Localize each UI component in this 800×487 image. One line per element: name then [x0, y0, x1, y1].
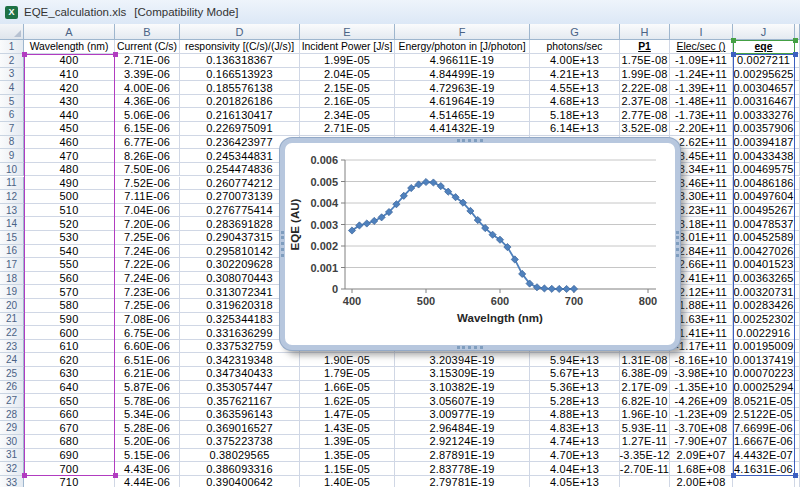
- cell-H27[interactable]: 6.82E-10: [620, 394, 670, 408]
- column-header-F[interactable]: F: [395, 24, 530, 40]
- row-header-11[interactable]: 11: [0, 177, 24, 191]
- row-header-24[interactable]: 24: [0, 353, 24, 367]
- cell-K6[interactable]: [795, 108, 800, 122]
- row-header-22[interactable]: 22: [0, 326, 24, 340]
- cell-D1[interactable]: responsivity [(C/s)/(J/s)]: [180, 40, 300, 54]
- cell-G29[interactable]: 4.83E+13: [530, 421, 620, 435]
- cell-E31[interactable]: 1.35E-05: [300, 449, 395, 463]
- cell-G6[interactable]: 5.18E+13: [530, 108, 620, 122]
- cell-K16[interactable]: [795, 245, 800, 259]
- cell-B7[interactable]: 6.15E-06: [115, 122, 180, 136]
- cell-H1[interactable]: P1: [620, 40, 670, 54]
- chart-resize-handle-top[interactable]: [457, 139, 483, 142]
- cell-B27[interactable]: 5.78E-06: [115, 394, 180, 408]
- cell-H3[interactable]: 1.99E-08: [620, 68, 670, 82]
- cell-K28[interactable]: [795, 408, 800, 422]
- row-header-26[interactable]: 26: [0, 381, 24, 395]
- cell-B32[interactable]: 4.43E-06: [115, 462, 180, 476]
- cell-E26[interactable]: 1.66E-05: [300, 381, 395, 395]
- row-header-16[interactable]: 16: [0, 245, 24, 259]
- row-header-33[interactable]: 33: [0, 476, 24, 487]
- cell-A23[interactable]: 610: [24, 340, 115, 354]
- cell-H31[interactable]: -3.35E-12: [620, 449, 670, 463]
- data-point-marker[interactable]: [422, 178, 429, 185]
- cell-E6[interactable]: 2.34E-05: [300, 108, 395, 122]
- cell-B2[interactable]: 2.71E-06: [115, 54, 180, 68]
- cell-F4[interactable]: 4.72963E-19: [395, 81, 530, 95]
- category-range-A2-A32-fill-handle[interactable]: [22, 473, 27, 478]
- cell-I27[interactable]: -4.26E+09: [670, 394, 733, 408]
- cell-K5[interactable]: [795, 95, 800, 109]
- cell-J31[interactable]: 4.4432E-07: [733, 449, 795, 463]
- cell-F31[interactable]: 2.87891E-19: [395, 449, 530, 463]
- row-header-9[interactable]: 9: [0, 149, 24, 163]
- cell-D24[interactable]: 0.342319348: [180, 353, 300, 367]
- row-header-12[interactable]: 12: [0, 190, 24, 204]
- category-range-A2-A32-fill-handle[interactable]: [113, 473, 118, 478]
- cell-J1[interactable]: eqe: [733, 40, 795, 54]
- cell-D5[interactable]: 0.201826186: [180, 95, 300, 109]
- cell-A27[interactable]: 650: [24, 394, 115, 408]
- column-header-B[interactable]: B: [115, 24, 180, 40]
- cell-K26[interactable]: [795, 381, 800, 395]
- cell-K3[interactable]: [795, 68, 800, 82]
- column-header-I[interactable]: I: [670, 24, 733, 40]
- cell-B29[interactable]: 5.28E-06: [115, 421, 180, 435]
- cell-D6[interactable]: 0.216130417: [180, 108, 300, 122]
- cell-D26[interactable]: 0.353057447: [180, 381, 300, 395]
- cell-H29[interactable]: 5.93E-11: [620, 421, 670, 435]
- row-header-31[interactable]: 31: [0, 449, 24, 463]
- cell-A11[interactable]: 490: [24, 177, 115, 191]
- cell-J19[interactable]: 0.00320731: [733, 285, 795, 299]
- cell-B30[interactable]: 5.20E-06: [115, 435, 180, 449]
- cell-F5[interactable]: 4.61964E-19: [395, 95, 530, 109]
- cell-A30[interactable]: 680: [24, 435, 115, 449]
- data-point-marker[interactable]: [570, 285, 577, 292]
- cell-B14[interactable]: 7.20E-06: [115, 217, 180, 231]
- row-header-18[interactable]: 18: [0, 272, 24, 286]
- cell-D28[interactable]: 0.363596143: [180, 408, 300, 422]
- cell-A5[interactable]: 430: [24, 95, 115, 109]
- cell-F25[interactable]: 3.15309E-19: [395, 367, 530, 381]
- cell-A13[interactable]: 510: [24, 204, 115, 218]
- cell-K21[interactable]: [795, 313, 800, 327]
- row-header-14[interactable]: 14: [0, 217, 24, 231]
- cell-F27[interactable]: 3.05607E-19: [395, 394, 530, 408]
- cell-D31[interactable]: 0.38029565: [180, 449, 300, 463]
- cell-F30[interactable]: 2.92124E-19: [395, 435, 530, 449]
- row-header-2[interactable]: 2: [0, 54, 24, 68]
- cell-A14[interactable]: 520: [24, 217, 115, 231]
- cell-G32[interactable]: 4.04E+13: [530, 462, 620, 476]
- cell-B17[interactable]: 7.22E-06: [115, 258, 180, 272]
- row-header-25[interactable]: 25: [0, 367, 24, 381]
- cell-B25[interactable]: 6.21E-06: [115, 367, 180, 381]
- cell-B6[interactable]: 5.06E-06: [115, 108, 180, 122]
- row-header-7[interactable]: 7: [0, 122, 24, 136]
- cell-K25[interactable]: [795, 367, 800, 381]
- cell-A31[interactable]: 690: [24, 449, 115, 463]
- cell-A28[interactable]: 660: [24, 408, 115, 422]
- cell-K9[interactable]: [795, 149, 800, 163]
- cell-G33[interactable]: 4.05E+13: [530, 476, 620, 487]
- cell-K14[interactable]: [795, 217, 800, 231]
- cell-I28[interactable]: -1.23E+09: [670, 408, 733, 422]
- cell-J9[interactable]: 0.00433438: [733, 149, 795, 163]
- cell-A33[interactable]: 710: [24, 476, 115, 487]
- cell-G27[interactable]: 5.28E+13: [530, 394, 620, 408]
- cell-B16[interactable]: 7.24E-06: [115, 245, 180, 259]
- cell-D29[interactable]: 0.369016527: [180, 421, 300, 435]
- column-header-D[interactable]: D: [180, 24, 300, 40]
- cell-J21[interactable]: 0.00252302: [733, 313, 795, 327]
- cell-J33[interactable]: [733, 476, 795, 487]
- cell-J13[interactable]: 0.00495267: [733, 204, 795, 218]
- cell-I26[interactable]: -1.35E+10: [670, 381, 733, 395]
- cell-B22[interactable]: 6.75E-06: [115, 326, 180, 340]
- cell-A6[interactable]: 440: [24, 108, 115, 122]
- cell-B12[interactable]: 7.11E-06: [115, 190, 180, 204]
- row-header-8[interactable]: 8: [0, 136, 24, 150]
- cell-B28[interactable]: 5.34E-06: [115, 408, 180, 422]
- cell-E5[interactable]: 2.16E-05: [300, 95, 395, 109]
- cell-H28[interactable]: 1.96E-10: [620, 408, 670, 422]
- data-point-marker[interactable]: [430, 179, 437, 186]
- row-header-28[interactable]: 28: [0, 408, 24, 422]
